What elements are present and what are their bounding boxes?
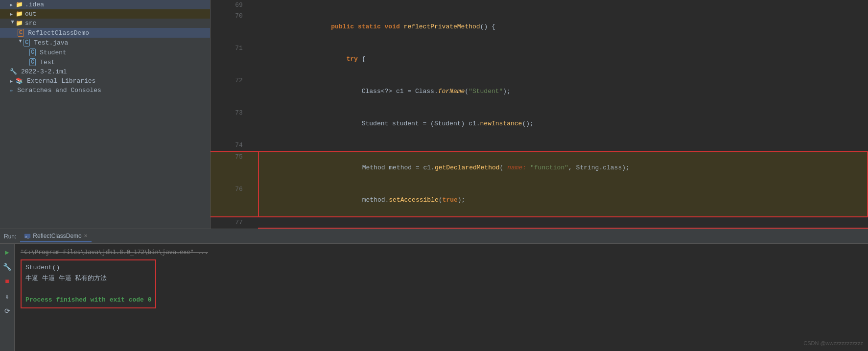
table-row: 70 public static void reflectPrivateMeth… xyxy=(211,11,868,43)
code-area: 69 70 public static void reflectPrivateM… xyxy=(211,0,868,229)
gutter-69 xyxy=(249,0,258,11)
arrow-extlibs: ▶ xyxy=(10,78,16,84)
code-table: 69 70 public static void reflectPrivateM… xyxy=(211,0,868,229)
line-num-72: 72 xyxy=(211,75,249,108)
arrow-idea: ▶ xyxy=(10,2,16,8)
bottom-panel: Run: >_ ReflectClassDemo ✕ ▶ 🔧 ■ ⇓ ⟳ "C:… xyxy=(0,229,868,351)
gutter-72 xyxy=(249,75,258,108)
gutter-70 xyxy=(249,11,258,43)
table-row: 74 xyxy=(211,140,868,151)
line-num-73: 73 xyxy=(211,108,249,140)
class-icon-reflect: C xyxy=(18,29,24,37)
line-num-70: 70 xyxy=(211,11,249,43)
run-tab-label: ReflectClassDemo xyxy=(33,233,81,239)
stop-button[interactable]: ■ xyxy=(2,276,13,287)
gutter-73 xyxy=(249,108,258,140)
gutter-74 xyxy=(249,140,258,151)
gutter-71 xyxy=(249,43,258,75)
svg-text:>_: >_ xyxy=(25,234,29,238)
sidebar-item-scratches[interactable]: ✏️ Scratches and Consoles xyxy=(0,86,210,95)
code-line-73: Student student = (Student) c1.newInstan… xyxy=(258,108,868,140)
sidebar-label-student: Student xyxy=(40,49,67,56)
lib-icon: 📚 xyxy=(16,77,23,85)
watermark: CSDN @wwzzzzzzzzzzz xyxy=(803,340,863,346)
sidebar-label-reflect: ReflectClassDemo xyxy=(28,29,89,37)
sidebar-item-student[interactable]: C Student xyxy=(0,47,210,57)
run-output[interactable]: "C:\Program Files\Java\jdk1.8.0_172\bin\… xyxy=(15,244,868,351)
table-row: 73 Student student = (Student) c1.newIns… xyxy=(211,108,868,140)
run-toolbar: ▶ 🔧 ■ ⇓ ⟳ xyxy=(0,244,15,351)
table-row: 72 Class<?> c1 = Class.forName("Student"… xyxy=(211,75,868,108)
sidebar-label-scratches: Scratches and Consoles xyxy=(17,87,101,94)
code-line-74 xyxy=(258,140,868,151)
output-line3 xyxy=(25,284,151,295)
sync-button[interactable]: ⟳ xyxy=(2,305,13,316)
arrow-out: ▶ xyxy=(10,11,16,17)
gutter-75 xyxy=(249,151,258,184)
main-container: ▶ 📁 .idea ▶ 📁 out ▶ 📁 src C ReflectClass… xyxy=(0,0,868,229)
sidebar-label-out: out xyxy=(25,10,36,18)
gutter-76 xyxy=(249,184,258,217)
sidebar-label-test: Test xyxy=(40,59,55,66)
sidebar-item-idea[interactable]: ▶ 📁 .idea xyxy=(0,0,210,9)
run-tab[interactable]: >_ ReflectClassDemo ✕ xyxy=(20,231,91,242)
sidebar-label-testjava: Test.java xyxy=(34,39,68,47)
line-num-74: 74 xyxy=(211,140,249,151)
settings-button[interactable]: 🔧 xyxy=(2,261,13,272)
output-line4: Process finished with exit code 0 xyxy=(25,295,151,305)
folder-icon-src: 📁 xyxy=(16,20,23,27)
class-icon-student: C xyxy=(29,48,36,56)
run-button[interactable]: ▶ xyxy=(2,247,13,257)
output-path: "C:\Program Files\Java\jdk1.8.0_172\bin\… xyxy=(21,247,862,257)
sidebar-item-out[interactable]: ▶ 📁 out xyxy=(0,9,210,19)
code-line-69 xyxy=(258,0,868,11)
java-icon-test: C xyxy=(23,39,30,47)
gutter-78 xyxy=(249,228,258,229)
sidebar-item-iml[interactable]: 🔧 2022-3-2.iml xyxy=(0,67,210,76)
code-line-70: public static void reflectPrivateMethod(… xyxy=(258,11,868,43)
code-scroll[interactable]: 69 70 public static void reflectPrivateM… xyxy=(211,0,868,229)
class-icon-test: C xyxy=(29,58,36,66)
code-line-77 xyxy=(258,217,868,228)
bottom-tabs: Run: >_ ReflectClassDemo ✕ xyxy=(0,229,868,244)
table-row: 69 xyxy=(211,0,868,11)
output-line2: 牛逼 牛逼 牛逼 私有的方法 xyxy=(25,273,151,284)
line-num-78: 78 xyxy=(211,228,249,229)
table-row: 76 method.setAccessible(true); xyxy=(211,184,868,217)
line-num-71: 71 xyxy=(211,43,249,75)
code-line-72: Class<?> c1 = Class.forName("Student"); xyxy=(258,75,868,108)
run-label: Run: xyxy=(4,233,16,240)
sidebar-label-iml: 2022-3-2.iml xyxy=(21,68,67,75)
sidebar-label-src: src xyxy=(25,20,36,27)
line-num-69: 69 xyxy=(211,0,249,11)
code-line-71: try { xyxy=(258,43,868,75)
code-line-76: method.setAccessible(true); xyxy=(258,184,868,217)
sidebar: ▶ 📁 .idea ▶ 📁 out ▶ 📁 src C ReflectClass… xyxy=(0,0,211,229)
code-line-75: Method method = c1.getDeclaredMethod( na… xyxy=(258,151,868,184)
sidebar-item-src[interactable]: ▶ 📁 src xyxy=(0,19,210,28)
run-tab-icon: >_ xyxy=(24,233,31,239)
sidebar-item-reflectclassdemo[interactable]: C ReflectClassDemo xyxy=(0,28,210,38)
iml-icon: 🔧 xyxy=(10,68,17,75)
bottom-content: ▶ 🔧 ■ ⇓ ⟳ "C:\Program Files\Java\jdk1.8.… xyxy=(0,244,868,351)
arrow-testjava: ▶ xyxy=(18,40,23,46)
folder-icon-idea: 📁 xyxy=(16,1,23,8)
tab-close-btn[interactable]: ✕ xyxy=(84,233,88,238)
sidebar-label-idea: .idea xyxy=(25,1,44,8)
sidebar-item-testjava[interactable]: ▶ C Test.java xyxy=(0,38,210,47)
scratch-icon: ✏️ xyxy=(10,87,13,94)
table-row: 71 try { xyxy=(211,43,868,75)
line-num-77: 77 xyxy=(211,217,249,228)
sidebar-label-extlibs: External Libraries xyxy=(27,77,95,85)
scroll-button[interactable]: ⇓ xyxy=(2,291,13,302)
sidebar-item-test[interactable]: C Test xyxy=(0,57,210,67)
gutter-77 xyxy=(249,217,258,228)
table-row: 75 Method method = c1.getDeclaredMethod(… xyxy=(211,151,868,184)
line-num-76: 76 xyxy=(211,184,249,217)
table-row: 77 xyxy=(211,217,868,228)
sidebar-item-extlibs[interactable]: ▶ 📚 External Libraries xyxy=(0,76,210,86)
output-line1: Student() xyxy=(25,262,151,273)
arrow-src: ▶ xyxy=(10,21,16,26)
line-num-75: 75 xyxy=(211,151,249,184)
folder-icon-out: 📁 xyxy=(16,10,23,18)
